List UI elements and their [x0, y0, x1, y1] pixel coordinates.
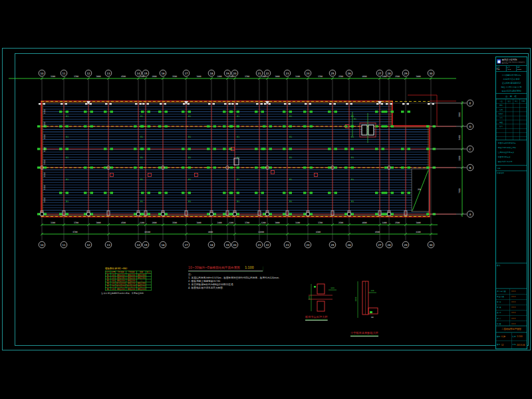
svg-text:B1: B1	[140, 156, 143, 159]
svg-text:3700: 3700	[245, 221, 249, 224]
svg-text:2600: 2600	[152, 75, 156, 78]
svg-text:12: 12	[86, 243, 90, 247]
svg-text:27: 27	[378, 243, 382, 247]
svg-text:22: 22	[265, 72, 269, 75]
svg-text:3100: 3100	[295, 221, 300, 224]
cad-viewport[interactable]: 2%B1B1B1B1B1B1B1B1B1B1B1B1B1B1B1B1B1B1B1…	[0, 0, 532, 399]
slab-hatch-lines	[43, 104, 429, 215]
svg-text:B1: B1	[289, 136, 292, 138]
svg-text:2500: 2500	[395, 221, 400, 224]
svg-text:B1: B1	[188, 156, 191, 159]
detail-2-cross-joint: 1800120Φ8	[355, 281, 378, 319]
rebar-table-row: B2120Φ8@180Φ8@200Φ8@180	[105, 277, 151, 279]
notes-intro: 注:	[188, 273, 263, 276]
svg-text:3800: 3800	[196, 75, 201, 78]
svg-text:1400: 1400	[382, 75, 386, 78]
dimension-texts: 3300330037003700300030004500450011001100…	[43, 75, 461, 233]
project-name-cell: 工程名称	[496, 171, 527, 263]
svg-text:3300: 3300	[43, 160, 46, 164]
staff-row: 校 对×××	[496, 311, 527, 316]
title-block-logo-row: ■ 建筑设计研究院 ARCHITECTURAL DESIGN & RESEARC…	[496, 57, 527, 66]
staff-rows: 设计总负责×××专业负责×××审 定×××审 核×××校 对×××设 计×××制…	[496, 289, 527, 326]
svg-text:19: 19	[225, 72, 229, 75]
sheet-cell: 比例1:100	[511, 332, 527, 340]
svg-text:B1: B1	[66, 136, 68, 138]
svg-text:2500: 2500	[338, 221, 343, 224]
svg-text:28: 28	[387, 72, 391, 75]
sheet-cell: 图别结施	[496, 332, 511, 340]
company-info: ××省建筑设计研究院工程设计证书 甲级证书编号 A1440012地址:××市××…	[496, 72, 527, 94]
svg-text:26: 26	[347, 72, 351, 75]
ramp-void: 2%	[412, 169, 429, 211]
svg-text:18: 18	[209, 243, 213, 247]
svg-text:10: 10	[40, 72, 44, 75]
svg-text:21: 21	[257, 243, 261, 247]
svg-text:3000: 3000	[96, 75, 100, 78]
svg-text:3700: 3700	[318, 75, 323, 78]
plan-canvas[interactable]: 2%B1B1B1B1B1B1B1B1B1B1B1B1B1B1B1B1B1B1B1…	[0, 0, 532, 399]
svg-text:6700: 6700	[72, 231, 77, 233]
rebar-table-row: B1120Φ8@200Φ8@200Φ8@180	[105, 274, 151, 277]
svg-text:16: 16	[161, 72, 165, 75]
rebar-table-row: B5150Φ10@150Φ10@200Φ8@150	[105, 285, 151, 287]
svg-text:4500: 4500	[121, 221, 126, 224]
notes-block: 10~30轴/A~E轴楼面结构平面布置图 1:100 注: 1. 本层结构标高为…	[188, 266, 263, 290]
svg-text:4600: 4600	[362, 221, 366, 224]
svg-text:24: 24	[306, 72, 310, 75]
svg-text:A: A	[469, 213, 471, 216]
svg-text:B1: B1	[140, 136, 143, 138]
plan-scale: 1:100	[245, 266, 253, 269]
svg-text:21: 21	[257, 72, 261, 75]
rebar-table: 板号板厚X向底筋Y向底筋面筋备注B1120Φ8@200Φ8@200Φ8@180B…	[105, 271, 152, 291]
svg-text:3500: 3500	[172, 75, 177, 78]
svg-text:1100: 1100	[140, 221, 144, 224]
svg-text:120: 120	[371, 290, 374, 292]
figure-name-cell: 图名	[496, 263, 527, 289]
certificate-row: 资质甲级证号A141编号2013	[496, 66, 527, 72]
sheet-cell: 图号12	[496, 341, 511, 349]
stamp-note-line: · 注册师执业印章有效	[497, 150, 526, 155]
svg-text:120: 120	[331, 287, 334, 289]
svg-text:B1: B1	[354, 118, 356, 120]
svg-text:2500: 2500	[338, 75, 343, 78]
staff-row: 设计总负责×××	[496, 289, 527, 294]
svg-text:4500: 4500	[121, 75, 126, 78]
svg-text:1200: 1200	[261, 221, 265, 224]
svg-text:3300: 3300	[51, 75, 55, 78]
svg-text:3000: 3000	[275, 75, 279, 78]
certificate-cell: 资质甲级	[496, 66, 507, 71]
detail-label-2: 十字板缝支座配筋大样	[350, 331, 378, 336]
svg-text:15: 15	[144, 72, 148, 75]
svg-text:11: 11	[62, 72, 66, 75]
grid-bubbles[interactable]: 1010111112121313141415151616171718181919…	[39, 70, 473, 248]
svg-text:3700: 3700	[245, 75, 249, 78]
stamp-note-line: · 本图所有权归本院所有	[497, 141, 526, 146]
sign-bar-header: 会 签 栏	[496, 94, 527, 99]
svg-text:B1: B1	[66, 115, 68, 118]
svg-text:B1: B1	[66, 156, 68, 159]
svg-text:3300: 3300	[43, 134, 46, 139]
svg-text:14: 14	[136, 72, 140, 75]
svg-text:B1: B1	[351, 178, 354, 181]
sign-table: 专业姓名签名日期建筑结构给排水电气暖通动力	[496, 99, 527, 140]
svg-text:3700: 3700	[318, 221, 323, 224]
company-logo-subtext: ARCHITECTURAL DESIGN & RESEARCH INSTITUT…	[501, 61, 527, 64]
svg-text:30: 30	[429, 72, 433, 75]
svg-text:2600: 2600	[152, 221, 156, 224]
svg-text:20: 20	[233, 72, 237, 75]
svg-text:B1: B1	[140, 200, 143, 203]
svg-text:B1: B1	[66, 200, 68, 203]
stamp-notes: · 本图所有权归本院所有· 未经许可不得转让复制· 注册师执业印章有效· 出图专…	[496, 140, 527, 166]
project-label: 项目	[496, 166, 527, 171]
svg-text:B1: B1	[289, 156, 292, 159]
svg-text:Φ8: Φ8	[371, 317, 374, 319]
stamp-note-line: · 修改内容详见记录	[497, 160, 526, 164]
stamp-note-line: · 出图专用章有效	[497, 155, 526, 160]
svg-text:28: 28	[387, 243, 391, 247]
svg-text:22: 22	[265, 243, 269, 247]
title-block: ■ 建筑设计研究院 ARCHITECTURAL DESIGN & RESEARC…	[495, 57, 527, 349]
svg-text:8300: 8300	[316, 231, 321, 233]
svg-text:3500: 3500	[458, 112, 461, 117]
svg-text:1100: 1100	[229, 221, 233, 224]
svg-text:3000: 3000	[96, 221, 100, 224]
